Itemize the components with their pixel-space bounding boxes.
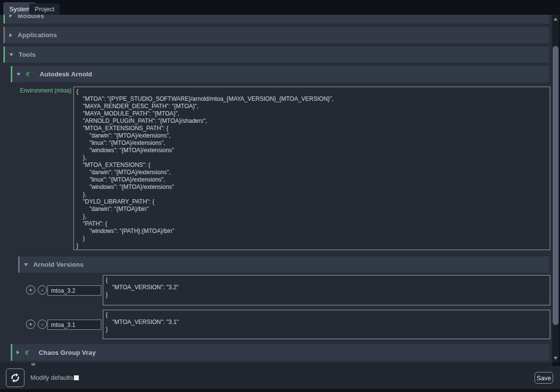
version-json-textarea[interactable]: { "MTOA_VERSION": "3.2" }: [103, 275, 550, 305]
environment-mtoa-label: Environment (mtoa): [8, 87, 71, 94]
section-header-chaos-group-vray[interactable]: Chaos Group Vray: [11, 344, 549, 361]
version-name-input[interactable]: [47, 285, 101, 296]
chevron-right-icon: [9, 15, 12, 18]
save-button[interactable]: Save: [535, 372, 553, 384]
refresh-button[interactable]: [6, 369, 24, 387]
footer-bar: Modify defaults Save: [0, 366, 560, 389]
remove-version-button[interactable]: -: [38, 285, 47, 295]
vertical-scrollbar[interactable]: [552, 15, 559, 363]
section-title: Tools: [19, 51, 36, 58]
arnold-versions-title: Arnold Versions: [33, 261, 84, 268]
section-title: Applications: [18, 31, 57, 39]
chevron-down-icon: [24, 263, 28, 266]
horizontal-scrollbar-thumb[interactable]: [31, 363, 35, 366]
environment-mtoa-textarea[interactable]: { "MTOA": "{PYPE_STUDIO_SOFTWARE}/arnold…: [73, 87, 550, 250]
remove-version-button[interactable]: -: [38, 320, 47, 329]
vertical-scrollbar-thumb[interactable]: [553, 46, 559, 325]
section-header-modules[interactable]: Modules: [3, 15, 549, 23]
tab-project-label: Project: [35, 5, 54, 13]
version-name-input[interactable]: [47, 320, 101, 330]
add-version-button[interactable]: +: [26, 285, 35, 295]
section-header-tools[interactable]: Tools: [3, 46, 549, 63]
vray-enabled-toggle[interactable]: [25, 350, 33, 355]
chevron-right-icon: [9, 33, 12, 37]
chevron-down-icon: [17, 73, 21, 76]
section-header-arnold-versions[interactable]: Arnold Versions: [18, 256, 549, 273]
section-header-autodesk-arnold[interactable]: Autodesk Arnold: [11, 66, 549, 82]
tab-bar: System Project: [0, 0, 560, 15]
section-title: Modules: [18, 15, 44, 20]
add-version-button[interactable]: +: [26, 320, 35, 329]
section-header-applications[interactable]: Applications: [3, 27, 549, 43]
window-bottom-edge: [0, 389, 560, 392]
modify-defaults-label: Modify defaults: [30, 374, 73, 381]
vray-title: Chaos Group Vray: [39, 349, 96, 356]
chevron-down-icon: [9, 53, 13, 56]
refresh-icon: [10, 372, 21, 383]
arnold-enabled-toggle[interactable]: [26, 72, 34, 76]
horizontal-scrollbar[interactable]: [0, 363, 552, 366]
settings-window: System Project Modules Applications Tool…: [0, 0, 560, 392]
tab-project[interactable]: Project: [29, 3, 60, 15]
arnold-title: Autodesk Arnold: [40, 70, 92, 78]
chevron-right-icon: [17, 350, 20, 354]
tab-system-label: System: [9, 5, 30, 13]
settings-scroll-area[interactable]: Modules Applications Tools Autodesk Arno…: [0, 15, 552, 363]
version-json-textarea[interactable]: { "MTOA_VERSION": "3.1" }: [103, 310, 550, 339]
scroll-down-arrow-icon[interactable]: [554, 357, 558, 360]
scroll-up-arrow-icon[interactable]: [554, 18, 558, 21]
modify-defaults-checkbox[interactable]: [74, 375, 79, 380]
